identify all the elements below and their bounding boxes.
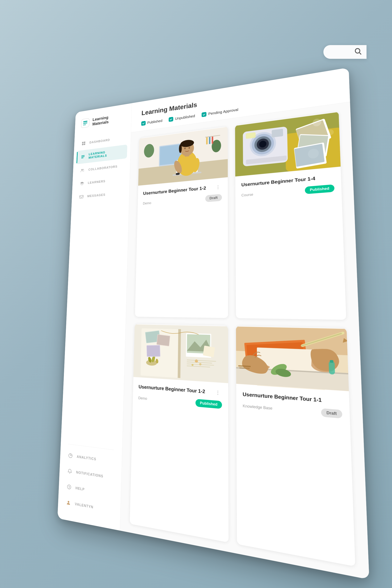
dashboard-icon	[81, 140, 86, 146]
card-4-footer: Knowledge Base Draft	[243, 402, 342, 418]
svg-point-12	[81, 169, 83, 170]
svg-point-16	[67, 484, 71, 489]
main-content: Learning Materials Published Unpublished	[120, 68, 369, 580]
card-1-category: Demo	[143, 201, 151, 206]
learning-label: LEARNING MATERIALS	[88, 148, 123, 160]
dashboard-label: DASHBOARD	[90, 138, 110, 144]
card-2-badge: Published	[305, 184, 334, 194]
app-title: Learning Materials	[92, 112, 125, 126]
card-3-title: Usernurture Beginner Tour 1-2	[138, 383, 214, 396]
svg-line-1	[360, 53, 361, 54]
svg-rect-2	[83, 121, 88, 122]
analytics-label: ANALYTICS	[77, 454, 96, 462]
svg-rect-11	[81, 158, 84, 158]
published-checkbox[interactable]	[141, 121, 146, 126]
svg-rect-82	[147, 345, 160, 356]
svg-rect-10	[81, 156, 85, 157]
card-3-body: Usernurture Beginner Tour 1-2 ⋮ Demo Pub…	[133, 378, 228, 415]
svg-rect-5	[82, 142, 84, 144]
search-icon[interactable]	[354, 47, 362, 57]
svg-rect-6	[84, 142, 86, 143]
svg-rect-8	[84, 144, 85, 145]
card-4-category: Knowledge Base	[243, 404, 272, 411]
logo-icon	[81, 118, 90, 128]
main-card: Learning Materials DASHBOARD	[58, 68, 369, 580]
svg-rect-3	[83, 122, 88, 124]
sidebar-bottom: ANALYTICS NOTIFICATIONS	[58, 440, 122, 520]
filter-published[interactable]: Published	[141, 118, 162, 126]
sidebar: Learning Materials DASHBOARD	[58, 103, 132, 530]
svg-rect-80	[157, 334, 170, 346]
unpublished-checkbox[interactable]	[168, 117, 173, 122]
help-label: HELP	[76, 486, 85, 492]
nav-section: DASHBOARD LEARNING MATERIALS	[61, 131, 131, 448]
card-3-menu[interactable]: ⋮	[214, 388, 222, 397]
card-4-badge: Draft	[321, 408, 342, 418]
card-3-title-row: Usernurture Beginner Tour 1-2 ⋮	[138, 383, 222, 397]
card-2-image	[235, 112, 341, 177]
card-3-footer: Demo Published	[138, 394, 222, 409]
card-3-image	[134, 324, 228, 384]
svg-point-0	[355, 48, 360, 53]
card-3: Usernurture Beginner Tour 1-2 ⋮ Demo Pub…	[130, 324, 229, 543]
help-icon	[66, 483, 72, 491]
search-wrapper	[324, 45, 366, 59]
card-3-badge: Published	[196, 399, 222, 409]
cards-grid: Usernurture Beginner Tour 1-2 ⋮ Demo Dra…	[120, 102, 369, 580]
messages-icon	[78, 194, 84, 200]
svg-rect-92	[203, 345, 215, 357]
svg-rect-57	[272, 129, 283, 138]
search-pill	[324, 45, 366, 59]
filter-unpublished[interactable]: Unpublished	[168, 114, 195, 122]
card-1-badge: Draft	[205, 194, 222, 202]
svg-point-18	[68, 501, 69, 503]
user-label: VALENTYN	[75, 502, 93, 510]
analytics-icon	[68, 452, 74, 460]
card-4: Usernurture Beginner Tour 1-1 Knowledge …	[236, 326, 356, 567]
collaborators-icon	[80, 167, 85, 174]
pending-checkbox[interactable]	[202, 112, 206, 117]
card-1-image	[138, 126, 228, 186]
collaborators-label: COLLABORATORS	[88, 165, 118, 172]
svg-rect-42	[209, 137, 210, 144]
published-filter-label: Published	[147, 118, 162, 125]
scene: Learning Materials DASHBOARD	[30, 39, 362, 549]
svg-rect-14	[80, 195, 83, 198]
unpublished-filter-label: Unpublished	[175, 114, 195, 121]
card-2: Usernurture Beginner Tour 1-4 Course Pub…	[235, 111, 346, 320]
svg-point-17	[69, 488, 69, 488]
notifications-label: NOTIFICATIONS	[76, 470, 103, 478]
learning-icon	[80, 154, 86, 160]
card-1-menu[interactable]: ⋮	[214, 184, 222, 191]
filter-pending[interactable]: Pending Approval	[202, 107, 238, 117]
svg-rect-41	[206, 137, 208, 144]
messages-label: MESSAGES	[87, 193, 106, 198]
learners-icon	[79, 180, 85, 187]
card-3-category: Demo	[138, 396, 147, 401]
svg-rect-4	[83, 124, 86, 126]
pending-filter-label: Pending Approval	[208, 108, 238, 116]
card-2-category: Course	[242, 192, 253, 197]
svg-rect-109	[330, 360, 334, 362]
card-1-title: Usernurture Beginner Tour 1-2	[143, 184, 214, 196]
card-4-image	[236, 326, 349, 392]
svg-rect-43	[212, 136, 213, 144]
notifications-icon	[67, 467, 73, 475]
user-avatar	[65, 498, 72, 507]
learners-label: LEARNERS	[88, 179, 106, 185]
svg-rect-7	[82, 144, 84, 146]
svg-point-13	[83, 169, 84, 170]
svg-rect-108	[329, 361, 335, 374]
svg-rect-9	[81, 155, 85, 156]
card-1: Usernurture Beginner Tour 1-2 ⋮ Demo Dra…	[135, 126, 228, 318]
card-4-body: Usernurture Beginner Tour 1-1 Knowledge …	[236, 384, 350, 426]
